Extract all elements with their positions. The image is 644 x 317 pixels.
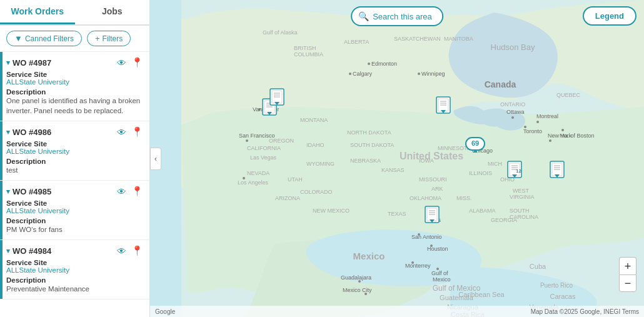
svg-text:Ottawa: Ottawa xyxy=(506,109,525,115)
svg-text:NEBRASKA: NEBRASKA xyxy=(350,158,381,164)
svg-text:Caribbean Sea: Caribbean Sea xyxy=(458,291,505,298)
work-order-item: ▾ WO #4987 👁 📍 Service Site ALLState Uni… xyxy=(0,52,149,121)
location-pin-icon[interactable]: 📍 xyxy=(131,245,143,256)
tab-jobs[interactable]: Jobs xyxy=(75,0,150,24)
svg-point-68 xyxy=(549,139,551,142)
map-container[interactable]: Hudson Bay Canada Labrador Sea United St… xyxy=(150,0,644,317)
zoom-controls: + − xyxy=(619,257,636,292)
svg-point-51 xyxy=(418,73,420,75)
svg-text:Montreal: Montreal xyxy=(536,113,558,119)
svg-text:NEW MEXICO: NEW MEXICO xyxy=(313,208,350,214)
svg-text:CAROLINA: CAROLINA xyxy=(510,214,538,220)
wo-number: WO #4986 xyxy=(13,128,51,137)
svg-text:BRITISH: BRITISH xyxy=(294,45,316,51)
search-icon: 🔍 xyxy=(358,11,369,21)
service-site-value[interactable]: ALLState University xyxy=(6,78,143,86)
description-value: One panel is identified as having a brok… xyxy=(6,96,143,116)
svg-point-57 xyxy=(243,177,245,179)
search-bar[interactable]: 🔍 Search this area xyxy=(351,6,443,26)
svg-text:Canada: Canada xyxy=(485,79,516,89)
svg-text:Las Vegas: Las Vegas xyxy=(250,154,277,161)
service-site-label: Service Site xyxy=(6,259,143,266)
filters-label: Filters xyxy=(103,34,123,43)
plus-icon: + xyxy=(95,34,100,43)
svg-text:ARK: ARK xyxy=(431,186,443,192)
svg-text:12: 12 xyxy=(516,168,521,174)
svg-text:69: 69 xyxy=(471,139,479,147)
svg-text:Cuba: Cuba xyxy=(530,263,546,270)
left-panel: Work Orders Jobs ▼ Canned Filters + Filt… xyxy=(0,0,150,317)
wo-title: ▾ WO #4985 xyxy=(6,187,51,196)
svg-text:Mexico City: Mexico City xyxy=(343,287,372,293)
svg-text:IOWA: IOWA xyxy=(419,158,434,164)
eye-icon[interactable]: 👁 xyxy=(117,127,126,138)
service-site-value[interactable]: ALLState University xyxy=(6,148,143,155)
svg-text:Puerto Rico: Puerto Rico xyxy=(540,282,573,289)
wo-title: ▾ WO #4984 xyxy=(6,246,51,256)
wo-header: ▾ WO #4985 👁 📍 xyxy=(6,186,143,197)
service-site-label: Service Site xyxy=(6,71,143,78)
zoom-in-button[interactable]: + xyxy=(619,257,636,274)
svg-text:ONTARIO: ONTARIO xyxy=(500,101,525,108)
map-attribution: Google Map Data ©2025 Google, INEGI Term… xyxy=(150,306,644,317)
tab-work-orders[interactable]: Work Orders xyxy=(0,0,75,24)
description-label: Description xyxy=(6,88,143,96)
search-label: Search this area xyxy=(373,12,432,21)
service-site-label: Service Site xyxy=(6,199,143,207)
svg-text:TEXAS: TEXAS xyxy=(388,211,406,217)
svg-text:OKLAHOMA: OKLAHOMA xyxy=(410,195,441,201)
svg-text:VIRGINIA: VIRGINIA xyxy=(510,194,535,200)
map-background: Hudson Bay Canada Labrador Sea United St… xyxy=(150,0,644,317)
eye-icon[interactable]: 👁 xyxy=(117,186,126,197)
description-label: Description xyxy=(6,217,143,224)
svg-text:NEVADA: NEVADA xyxy=(247,170,269,176)
svg-text:MANITOBA: MANITOBA xyxy=(444,36,473,42)
wo-number: WO #4984 xyxy=(13,246,51,256)
svg-text:ALBERTA: ALBERTA xyxy=(344,39,369,45)
service-site-value[interactable]: ALLState University xyxy=(6,207,143,214)
svg-text:QUEBEC: QUEBEC xyxy=(556,92,581,98)
svg-text:MISS.: MISS. xyxy=(456,195,472,201)
svg-text:SOUTH: SOUTH xyxy=(510,208,530,214)
svg-text:MONTANA: MONTANA xyxy=(300,117,328,123)
wo-number: WO #4985 xyxy=(13,187,51,196)
svg-text:Mexico: Mexico xyxy=(433,276,451,283)
svg-text:IDAHO: IDAHO xyxy=(306,142,325,148)
svg-point-49 xyxy=(349,73,351,75)
svg-text:San Francisco: San Francisco xyxy=(239,133,275,139)
tabs-container: Work Orders Jobs xyxy=(0,0,149,26)
eye-icon[interactable]: 👁 xyxy=(117,58,126,68)
work-order-item: ▾ WO #4985 👁 📍 Service Site ALLState Uni… xyxy=(0,181,149,240)
svg-text:Winnipeg: Winnipeg xyxy=(421,71,445,77)
filters-row: ▼ Canned Filters + Filters xyxy=(0,26,149,52)
map-data-attribution: Map Data ©2025 Google, INEGI Terms xyxy=(531,308,639,315)
svg-text:COLORADO: COLORADO xyxy=(300,189,333,195)
filters-button[interactable]: + Filters xyxy=(87,31,131,46)
collapse-panel-button[interactable]: ‹ xyxy=(150,148,161,170)
chevron-down-icon: ▾ xyxy=(6,128,10,136)
svg-text:Calgary: Calgary xyxy=(353,71,373,77)
chevron-down-icon: ▾ xyxy=(6,188,10,196)
work-orders-list: ▾ WO #4987 👁 📍 Service Site ALLState Uni… xyxy=(0,52,149,317)
wo-header: ▾ WO #4984 👁 📍 xyxy=(6,245,143,256)
svg-text:SOUTH DAKOTA: SOUTH DAKOTA xyxy=(350,142,394,148)
google-logo: Google xyxy=(155,308,175,315)
location-pin-icon[interactable]: 📍 xyxy=(131,126,143,138)
eye-icon[interactable]: 👁 xyxy=(117,246,126,256)
description-label: Description xyxy=(6,158,143,165)
legend-button[interactable]: Legend xyxy=(583,6,636,26)
funnel-icon: ▼ xyxy=(14,34,23,43)
svg-text:ALABAMA: ALABAMA xyxy=(469,208,496,214)
svg-point-47 xyxy=(368,63,370,65)
zoom-out-button[interactable]: − xyxy=(619,274,636,292)
description-value: Preventative Maintenance xyxy=(6,284,143,294)
service-site-value[interactable]: ALLState University xyxy=(6,266,143,274)
svg-text:CALIFORNIA: CALIFORNIA xyxy=(247,145,281,151)
location-pin-icon[interactable]: 📍 xyxy=(131,186,143,197)
canned-filters-button[interactable]: ▼ Canned Filters xyxy=(6,31,82,46)
svg-text:SASKATCHEWAN: SASKATCHEWAN xyxy=(394,36,441,42)
wo-actions: 👁 📍 xyxy=(117,57,143,68)
location-pin-icon[interactable]: 📍 xyxy=(131,57,143,68)
svg-text:Caracas: Caracas xyxy=(550,293,576,300)
svg-text:WEST: WEST xyxy=(513,188,530,194)
